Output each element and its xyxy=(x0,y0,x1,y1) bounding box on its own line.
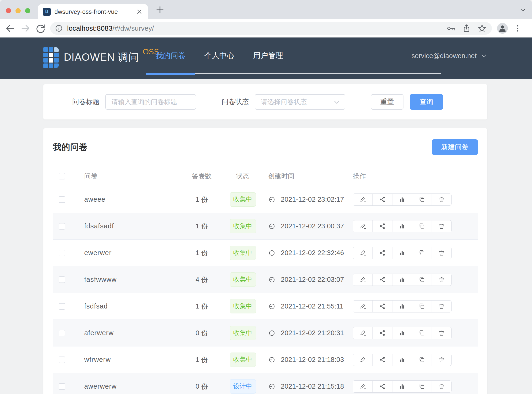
copy-button[interactable] xyxy=(412,354,432,366)
share-alt-icon xyxy=(379,383,386,390)
edit-icon xyxy=(359,249,366,256)
reset-button[interactable]: 重置 xyxy=(371,94,404,110)
panel-title: 我的问卷 xyxy=(53,141,87,153)
edit-button[interactable] xyxy=(353,193,373,206)
edit-button[interactable] xyxy=(353,220,373,232)
delete-button[interactable] xyxy=(432,247,452,259)
bookmark-star-icon[interactable] xyxy=(477,24,487,33)
search-panel: 问卷标题 问卷状态 请选择问卷状态 重置 查询 xyxy=(43,84,487,119)
copy-button[interactable] xyxy=(412,300,432,312)
row-checkbox[interactable] xyxy=(59,303,65,310)
copy-icon xyxy=(418,383,426,390)
select-all-checkbox[interactable] xyxy=(59,173,65,179)
edit-button[interactable] xyxy=(353,247,373,259)
copy-button[interactable] xyxy=(412,327,432,339)
copy-button[interactable] xyxy=(412,247,432,259)
edit-button[interactable] xyxy=(353,354,373,366)
panel-header: 我的问卷 新建问卷 xyxy=(53,128,478,166)
create-survey-button[interactable]: 新建问卷 xyxy=(432,139,478,155)
share-button[interactable] xyxy=(372,327,392,339)
share-button[interactable] xyxy=(372,220,392,232)
edit-icon xyxy=(359,356,366,363)
user-menu[interactable]: service@diaowen.net xyxy=(411,37,488,74)
survey-name[interactable]: aweee xyxy=(79,196,184,203)
stats-button[interactable] xyxy=(392,274,412,286)
delete-button[interactable] xyxy=(432,354,452,366)
row-checkbox[interactable] xyxy=(59,383,65,390)
copy-button[interactable] xyxy=(412,274,432,286)
query-button[interactable]: 查询 xyxy=(410,94,443,110)
row-checkbox[interactable] xyxy=(59,276,65,283)
survey-name[interactable]: fasfwwww xyxy=(79,276,184,283)
column-header-survey: 问卷 xyxy=(79,172,184,181)
row-checkbox[interactable] xyxy=(59,357,65,363)
bar-chart-icon xyxy=(399,303,406,310)
share-button[interactable] xyxy=(372,193,392,206)
delete-button[interactable] xyxy=(432,327,452,339)
survey-name[interactable]: fdsafsadf xyxy=(79,222,184,230)
tab-close-icon[interactable] xyxy=(136,8,143,16)
row-checkbox[interactable] xyxy=(59,250,65,256)
row-checkbox[interactable] xyxy=(59,330,65,336)
url-bar[interactable]: localhost:8083/#/dw/survey/ xyxy=(50,22,492,35)
nav-item-my-surveys[interactable]: 我的问卷 xyxy=(146,51,195,61)
diaowen-grid-d-logo-icon xyxy=(43,47,59,68)
nav-item-user-management[interactable]: 用户管理 xyxy=(244,51,293,61)
survey-status-select[interactable]: 请选择问卷状态 xyxy=(255,94,345,110)
tab-overflow-chevron-icon[interactable] xyxy=(519,6,527,14)
window-zoom-button[interactable] xyxy=(25,8,30,13)
url-text[interactable]: localhost:8083/#/dw/survey/ xyxy=(67,24,154,32)
copy-button[interactable] xyxy=(412,220,432,232)
password-key-icon[interactable] xyxy=(446,24,456,33)
copy-button[interactable] xyxy=(412,380,432,393)
stats-button[interactable] xyxy=(392,300,412,312)
survey-name[interactable]: aferwerw xyxy=(79,329,184,337)
new-tab-plus-icon[interactable] xyxy=(155,5,165,15)
survey-name[interactable]: ewerwer xyxy=(79,249,184,257)
trash-icon xyxy=(438,249,445,256)
edit-button[interactable] xyxy=(353,274,373,286)
stats-button[interactable] xyxy=(392,380,412,393)
survey-name[interactable]: fsdfsad xyxy=(79,302,184,310)
share-button[interactable] xyxy=(372,274,392,286)
edit-button[interactable] xyxy=(353,327,373,339)
forward-arrow-icon[interactable] xyxy=(20,23,31,34)
row-checkbox[interactable] xyxy=(59,223,65,230)
stats-button[interactable] xyxy=(392,220,412,232)
delete-button[interactable] xyxy=(432,193,452,206)
delete-button[interactable] xyxy=(432,220,452,232)
edit-button[interactable] xyxy=(353,300,373,312)
nav-item-personal-center[interactable]: 个人中心 xyxy=(195,51,244,61)
share-button[interactable] xyxy=(372,380,392,393)
overflow-menu-icon[interactable] xyxy=(513,24,522,33)
stats-button[interactable] xyxy=(392,247,412,259)
share-button[interactable] xyxy=(372,354,392,366)
share-button[interactable] xyxy=(372,247,392,259)
browser-tab[interactable]: D dwsurvey-oss-front-vue xyxy=(38,4,148,19)
back-arrow-icon[interactable] xyxy=(5,23,16,34)
survey-list-panel: 我的问卷 新建问卷 问卷 答卷数 状态 创建时间 操作 aweee 1 份 收集… xyxy=(43,128,487,394)
url-host: localhost:8083 xyxy=(67,24,112,32)
profile-avatar-icon[interactable] xyxy=(497,23,508,34)
response-count: 0 份 xyxy=(184,382,219,391)
survey-title-input[interactable] xyxy=(105,94,196,110)
edit-button[interactable] xyxy=(353,380,373,393)
window-close-button[interactable] xyxy=(6,8,11,13)
stats-button[interactable] xyxy=(392,327,412,339)
delete-button[interactable] xyxy=(432,380,452,393)
copy-button[interactable] xyxy=(412,193,432,206)
page-info-icon[interactable] xyxy=(54,24,63,33)
survey-name[interactable]: wfrwerw xyxy=(79,356,184,363)
share-button[interactable] xyxy=(372,300,392,312)
survey-name[interactable]: awerwerw xyxy=(79,383,184,390)
delete-button[interactable] xyxy=(432,274,452,286)
clock-icon xyxy=(268,276,276,283)
stats-button[interactable] xyxy=(392,354,412,366)
delete-button[interactable] xyxy=(432,300,452,312)
window-minimize-button[interactable] xyxy=(16,8,21,13)
diaowen-logo[interactable]: DIAOWEN 调问 OSS xyxy=(43,47,159,68)
share-icon[interactable] xyxy=(462,24,471,33)
stats-button[interactable] xyxy=(392,193,412,206)
row-checkbox[interactable] xyxy=(59,196,65,203)
reload-icon[interactable] xyxy=(35,23,46,34)
